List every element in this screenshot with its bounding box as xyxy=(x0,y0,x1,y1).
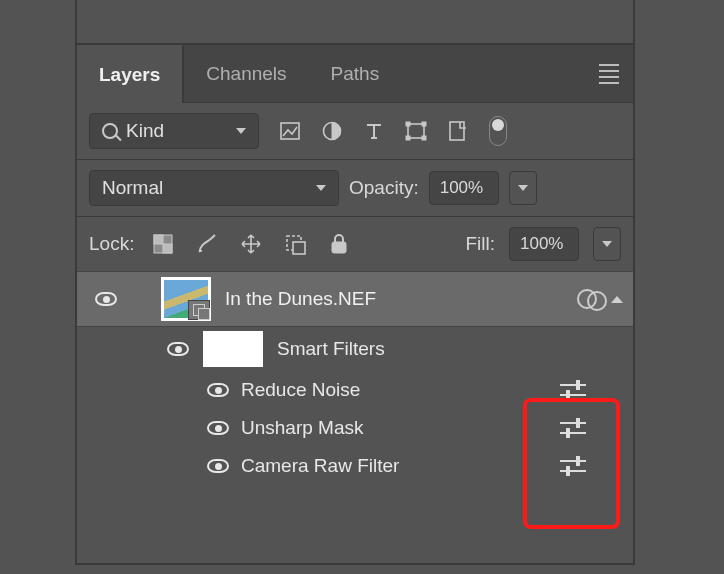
panel-tabs: Layers Channels Paths xyxy=(77,45,633,103)
fill-chevron[interactable] xyxy=(593,227,621,261)
svg-rect-10 xyxy=(163,244,172,253)
layer-list: In the Dunes.NEF Smart Filters Reduce No… xyxy=(77,271,633,485)
svg-rect-3 xyxy=(406,122,410,126)
blend-mode-dropdown[interactable]: Normal xyxy=(89,170,339,206)
filter-blending-options-button[interactable] xyxy=(557,415,589,441)
layer-item[interactable]: In the Dunes.NEF xyxy=(77,271,633,327)
fill-label: Fill: xyxy=(465,233,495,255)
filter-toolbar: Kind xyxy=(77,103,633,159)
svg-rect-12 xyxy=(293,242,305,254)
opacity-value[interactable]: 100% xyxy=(429,171,499,205)
layer-thumbnail[interactable] xyxy=(161,277,211,321)
tab-layers[interactable]: Layers xyxy=(77,45,183,103)
visibility-eye-icon[interactable] xyxy=(167,342,189,356)
svg-rect-13 xyxy=(332,242,346,253)
chevron-down-icon xyxy=(236,128,246,134)
fill-value[interactable]: 100% xyxy=(509,227,579,261)
lock-all-icon[interactable] xyxy=(328,233,350,255)
filter-kind-dropdown[interactable]: Kind xyxy=(89,113,259,149)
sliders-icon xyxy=(560,457,586,475)
filter-pixel-icon[interactable] xyxy=(279,120,301,142)
filter-toggle[interactable] xyxy=(489,116,507,146)
smart-filter-name: Unsharp Mask xyxy=(241,417,364,439)
visibility-eye-icon[interactable] xyxy=(207,459,229,473)
blend-toolbar: Normal Opacity: 100% xyxy=(77,160,633,216)
panel-menu-button[interactable] xyxy=(585,45,633,102)
smart-filter-name: Reduce Noise xyxy=(241,379,360,401)
layer-name: In the Dunes.NEF xyxy=(225,288,376,310)
blend-mode-value: Normal xyxy=(102,177,163,199)
hamburger-icon xyxy=(599,64,619,84)
smart-filter-item[interactable]: Reduce Noise xyxy=(77,371,633,409)
svg-rect-6 xyxy=(422,136,426,140)
tab-channels[interactable]: Channels xyxy=(184,45,308,102)
svg-rect-9 xyxy=(154,235,163,244)
filter-adjustment-icon[interactable] xyxy=(321,120,343,142)
svg-rect-5 xyxy=(406,136,410,140)
lock-position-icon[interactable] xyxy=(240,233,262,255)
svg-rect-4 xyxy=(422,122,426,126)
layers-panel: Layers Channels Paths Kind xyxy=(75,45,635,565)
collapse-caret-icon[interactable] xyxy=(611,296,623,303)
svg-rect-7 xyxy=(450,122,464,140)
visibility-eye-icon[interactable] xyxy=(207,383,229,397)
link-ring-icon[interactable] xyxy=(577,289,597,309)
chevron-down-icon xyxy=(602,241,612,247)
lock-label: Lock: xyxy=(89,233,134,255)
sliders-icon xyxy=(560,419,586,437)
lock-toolbar: Lock: Fill: 100% xyxy=(77,217,633,271)
smart-filters-label: Smart Filters xyxy=(277,338,385,360)
opacity-label: Opacity: xyxy=(349,177,419,199)
visibility-eye-icon[interactable] xyxy=(207,421,229,435)
filter-shape-icon[interactable] xyxy=(405,120,427,142)
smart-object-badge-icon xyxy=(188,300,210,320)
filter-blending-options-button[interactable] xyxy=(557,377,589,403)
sliders-icon xyxy=(560,381,586,399)
tab-paths[interactable]: Paths xyxy=(309,45,402,102)
filter-type-icon[interactable] xyxy=(363,120,385,142)
search-icon xyxy=(102,123,118,139)
smart-filter-name: Camera Raw Filter xyxy=(241,455,399,477)
filter-mask-thumbnail[interactable] xyxy=(203,331,263,367)
chevron-down-icon xyxy=(518,185,528,191)
smart-filter-item[interactable]: Unsharp Mask xyxy=(77,409,633,447)
filter-type-buttons xyxy=(279,116,507,146)
lock-transparency-icon[interactable] xyxy=(152,233,174,255)
opacity-chevron[interactable] xyxy=(509,171,537,205)
filter-smart-icon[interactable] xyxy=(447,120,469,142)
lock-pixels-icon[interactable] xyxy=(196,233,218,255)
smart-filter-item[interactable]: Camera Raw Filter xyxy=(77,447,633,485)
chevron-down-icon xyxy=(316,185,326,191)
lock-icons xyxy=(152,233,350,255)
lock-artboard-icon[interactable] xyxy=(284,233,306,255)
filter-blending-options-button[interactable] xyxy=(557,453,589,479)
filter-kind-label: Kind xyxy=(126,120,164,142)
visibility-eye-icon[interactable] xyxy=(95,292,117,306)
smart-filters-header[interactable]: Smart Filters xyxy=(77,327,633,371)
